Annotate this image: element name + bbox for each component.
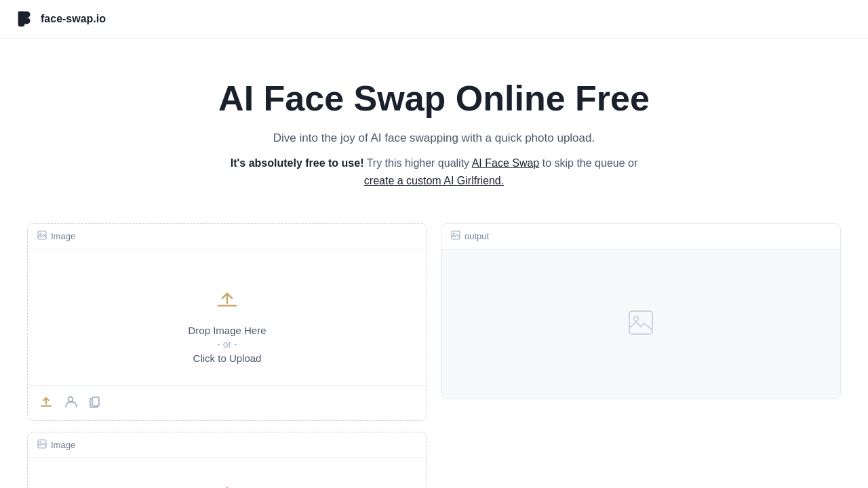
upload-drop-zone-1[interactable]: Drop Image Here - or - Click to Upload [28, 249, 427, 385]
left-panel: Image Drop Image Here - or - Click to Up… [27, 223, 427, 488]
hero-subtitle: Dive into the joy of AI face swapping wi… [14, 131, 854, 145]
svg-point-8 [453, 233, 454, 235]
click-upload-text-1: Click to Upload [193, 352, 262, 364]
footer-copy-icon-1[interactable] [87, 394, 102, 412]
svg-point-10 [634, 317, 639, 321]
or-text-1: - or - [217, 339, 237, 350]
upload-card-2-label: Image [51, 440, 75, 450]
ai-girlfriend-link[interactable]: create a custom AI Girlfriend. [364, 175, 504, 186]
upload-icon-2 [213, 479, 241, 488]
page-title: AI Face Swap Online Free [14, 79, 854, 118]
main-container: Image Drop Image Here - or - Click to Up… [0, 209, 868, 488]
upload-icon-1 [213, 284, 241, 315]
upload-card-2: Image Drop Image Here [27, 432, 427, 488]
hero-section: AI Face Swap Online Free Dive into the j… [0, 39, 868, 209]
logo-link[interactable]: face-swap.io [16, 9, 106, 28]
svg-rect-1 [38, 231, 46, 239]
hero-promo: It's absolutely free to use! Try this hi… [14, 155, 854, 189]
output-header-icon [451, 230, 460, 242]
ai-face-swap-link[interactable]: AI Face Swap [472, 157, 540, 169]
upload-card-1-label: Image [51, 231, 75, 241]
output-card: output [441, 223, 841, 399]
svg-rect-9 [629, 311, 652, 334]
output-body [441, 249, 840, 399]
upload-card-1-footer [28, 385, 427, 420]
image-header-icon-2 [37, 439, 47, 451]
svg-rect-4 [92, 397, 99, 406]
footer-upload-icon-1[interactable] [39, 394, 54, 412]
right-panel: output [441, 223, 841, 488]
upload-drop-zone-2[interactable]: Drop Image Here [28, 458, 427, 488]
upload-card-1-header: Image [28, 224, 427, 249]
upload-card-2-header: Image [28, 432, 427, 458]
promo-bold: It's absolutely free to use! [231, 157, 364, 169]
svg-point-3 [68, 397, 73, 402]
output-placeholder-icon [627, 309, 654, 339]
drop-text-1: Drop Image Here [188, 325, 266, 336]
svg-point-6 [39, 442, 41, 443]
svg-rect-7 [452, 231, 460, 239]
footer-person-icon-1[interactable] [63, 394, 78, 412]
output-header: output [441, 224, 840, 249]
logo-icon [16, 9, 35, 28]
navbar: face-swap.io [0, 0, 868, 39]
logo-text: face-swap.io [41, 13, 106, 25]
image-header-icon-1 [37, 230, 47, 242]
promo-or: to skip the queue or [542, 157, 638, 169]
svg-rect-5 [38, 440, 46, 448]
upload-card-1: Image Drop Image Here - or - Click to Up… [27, 223, 427, 421]
svg-point-2 [39, 233, 41, 235]
promo-middle: Try this higher quality [367, 157, 472, 169]
output-label: output [465, 231, 489, 241]
